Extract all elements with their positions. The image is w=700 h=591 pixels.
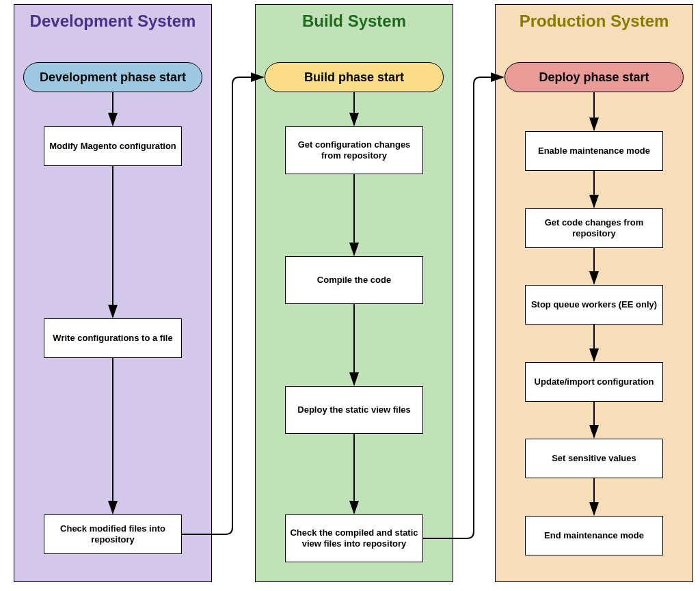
build-step-3: Check the compiled and static view files…	[285, 514, 423, 562]
prod-step-5: End maintenance mode	[525, 516, 663, 555]
start-development: Development phase start	[23, 62, 202, 92]
lane-title-build: Build System	[256, 12, 453, 31]
prod-step-2: Stop queue workers (EE only)	[525, 285, 663, 325]
build-step-2: Deploy the static view files	[285, 386, 423, 434]
dev-step-2: Check modified files into repository	[44, 514, 182, 554]
build-step-0: Get configuration changes from repositor…	[285, 126, 423, 174]
build-step-1: Compile the code	[285, 256, 423, 304]
lane-title-production: Production System	[496, 12, 692, 31]
prod-step-1: Get code changes from repository	[525, 208, 663, 248]
start-build: Build phase start	[265, 62, 444, 92]
start-production: Deploy phase start	[504, 62, 684, 92]
prod-step-3: Update/import configuration	[525, 362, 663, 402]
dev-step-0: Modify Magento configuration	[44, 126, 182, 166]
dev-step-1: Write configurations to a file	[44, 318, 182, 358]
lane-title-development: Development System	[14, 12, 211, 31]
prod-step-4: Set sensitive values	[525, 439, 663, 478]
prod-step-0: Enable maintenance mode	[525, 131, 663, 171]
